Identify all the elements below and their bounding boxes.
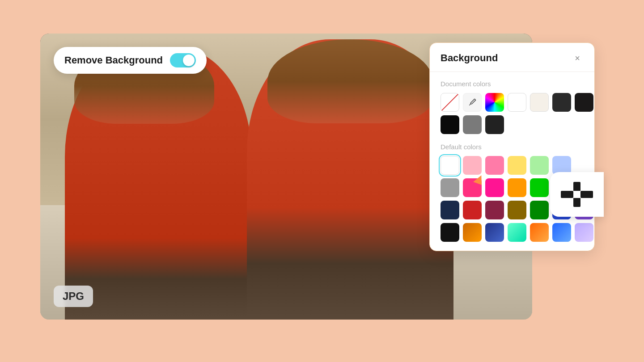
panel-title: Background xyxy=(441,52,498,64)
main-container: Remove Background JPG Background × Docum… xyxy=(40,34,604,328)
dc-orange[interactable] xyxy=(508,178,526,197)
dc-pink[interactable] xyxy=(485,156,504,175)
swatch-eyedropper[interactable] xyxy=(463,93,482,112)
background-panel: Background × Document colors xyxy=(429,42,595,251)
person-left xyxy=(65,48,252,320)
remove-background-toggle[interactable] xyxy=(170,53,196,67)
dc-gold-grad[interactable] xyxy=(463,223,482,242)
dc-green2[interactable] xyxy=(530,201,549,219)
swatch-black-gray[interactable] xyxy=(575,93,593,112)
dc-blue-grad[interactable] xyxy=(552,223,571,242)
dc-red[interactable] xyxy=(463,178,482,197)
remove-background-pill: Remove Background xyxy=(54,47,207,74)
dc-green[interactable] xyxy=(530,178,549,197)
swatch-white[interactable] xyxy=(508,93,526,112)
dc-olive[interactable] xyxy=(508,201,526,219)
panel-header: Background × xyxy=(430,43,594,72)
svg-line-0 xyxy=(469,105,470,105)
default-colors-label: Default colors xyxy=(441,143,584,151)
dc-hot-pink[interactable] xyxy=(485,178,504,197)
svg-rect-1 xyxy=(561,191,573,198)
swatch-black[interactable] xyxy=(441,115,459,134)
dc-magenta[interactable] xyxy=(485,201,504,219)
swatch-dark-gray[interactable] xyxy=(552,93,571,112)
swatch-dark2[interactable] xyxy=(485,115,504,134)
dc-yellow[interactable] xyxy=(508,156,526,175)
dc-black2[interactable] xyxy=(441,223,459,242)
swatch-cream[interactable] xyxy=(530,93,549,112)
close-button[interactable]: × xyxy=(571,52,584,64)
swatch-mid-gray[interactable] xyxy=(463,115,482,134)
panel-body: Document colors xyxy=(430,72,594,251)
svg-rect-2 xyxy=(580,191,593,198)
capcut-bubble xyxy=(550,172,604,217)
dc-orange-grad[interactable] xyxy=(530,223,549,242)
swatch-transparent[interactable] xyxy=(441,93,459,112)
dc-white[interactable] xyxy=(441,156,459,175)
jpg-badge: JPG xyxy=(54,286,93,307)
svg-rect-5 xyxy=(573,191,580,198)
document-colors-label: Document colors xyxy=(441,80,584,88)
person-right xyxy=(247,39,453,320)
swatch-rainbow[interactable] xyxy=(485,93,504,112)
capcut-icon xyxy=(561,182,593,207)
dc-gray[interactable] xyxy=(441,178,459,197)
dc-lavender-grad[interactable] xyxy=(575,223,593,242)
toggle-knob xyxy=(183,55,195,66)
dc-pink-light[interactable] xyxy=(463,156,482,175)
dc-red2[interactable] xyxy=(463,201,482,219)
dc-green-light[interactable] xyxy=(530,156,549,175)
dc-navy-grad[interactable] xyxy=(485,223,504,242)
remove-background-label: Remove Background xyxy=(64,55,163,66)
dc-navy[interactable] xyxy=(441,201,459,219)
dc-mint-grad[interactable] xyxy=(508,223,526,242)
